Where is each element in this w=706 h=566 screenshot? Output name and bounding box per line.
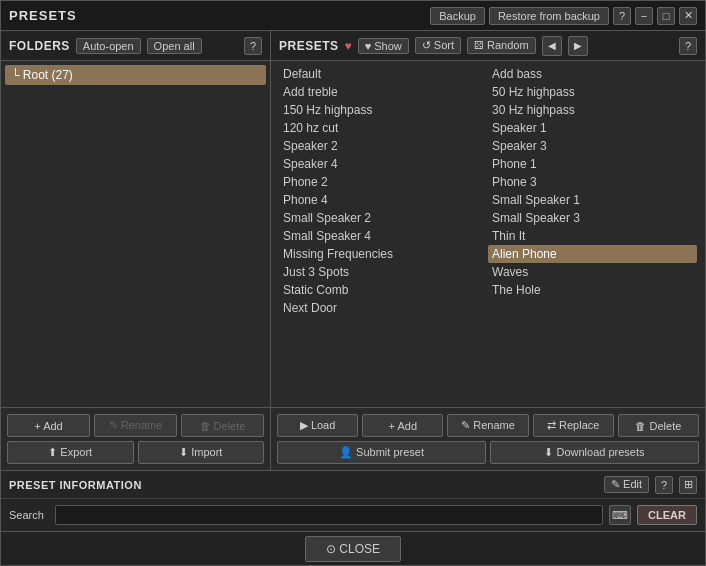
preset-item[interactable]: Just 3 Spots: [279, 263, 488, 281]
preset-item[interactable]: Phone 4: [279, 191, 488, 209]
edit-button[interactable]: ✎ Edit: [604, 476, 649, 493]
preset-info-title: PRESET INFORMATION: [9, 479, 142, 491]
title-bar: PRESETS Backup Restore from backup ? − □…: [1, 1, 705, 31]
download-presets-button[interactable]: ⬇ Download presets: [490, 441, 699, 464]
submit-preset-button[interactable]: 👤 Submit preset: [277, 441, 486, 464]
preset-item[interactable]: Missing Frequencies: [279, 245, 488, 263]
prev-button[interactable]: ◀: [542, 36, 562, 56]
bottom-section: PRESET INFORMATION ✎ Edit ? ⊞ Search ⌨ C…: [1, 470, 705, 531]
preset-list-area: DefaultAdd treble150 Hz highpass120 hz c…: [271, 61, 705, 407]
presets-panel: PRESETS ♥ ♥ Show ↺ Sort ⚄ Random ◀ ▶ ? D…: [271, 31, 705, 470]
maximize-button[interactable]: □: [657, 7, 675, 25]
preset-item[interactable]: 50 Hz highpass: [488, 83, 697, 101]
preset-item[interactable]: Speaker 2: [279, 137, 488, 155]
preset-item[interactable]: Thin It: [488, 227, 697, 245]
preset-item[interactable]: The Hole: [488, 281, 697, 299]
folders-header: FOLDERS Auto-open Open all ?: [1, 31, 270, 61]
window-title: PRESETS: [9, 8, 77, 23]
preset-info-help-button[interactable]: ?: [655, 476, 673, 494]
preset-col-1: DefaultAdd treble150 Hz highpass120 hz c…: [279, 65, 488, 317]
content-area: FOLDERS Auto-open Open all ? └ Root (27)…: [1, 31, 705, 470]
folder-list: └ Root (27): [1, 61, 270, 407]
search-label: Search: [9, 509, 49, 521]
close-window-button[interactable]: ✕: [679, 7, 697, 25]
restore-button[interactable]: Restore from backup: [489, 7, 609, 25]
preset-item[interactable]: Phone 3: [488, 173, 697, 191]
presets-title: PRESETS: [279, 39, 339, 53]
preset-item[interactable]: Add bass: [488, 65, 697, 83]
title-bar-left: PRESETS: [9, 8, 77, 23]
folders-rename-button[interactable]: ✎ Rename: [94, 414, 177, 437]
folders-panel: FOLDERS Auto-open Open all ? └ Root (27)…: [1, 31, 271, 470]
folders-actions: + Add ✎ Rename 🗑 Delete ⬆ Export ⬇ Impor…: [1, 407, 270, 470]
preset-info-bar: PRESET INFORMATION ✎ Edit ? ⊞: [1, 471, 705, 499]
preset-item[interactable]: Waves: [488, 263, 697, 281]
preset-col-2: Add bass50 Hz highpass30 Hz highpassSpea…: [488, 65, 697, 317]
presets-action-row-2: 👤 Submit preset ⬇ Download presets: [277, 441, 699, 464]
presets-help-button[interactable]: ?: [679, 37, 697, 55]
presets-add-button[interactable]: + Add: [362, 414, 443, 437]
open-all-button[interactable]: Open all: [147, 38, 202, 54]
preset-item[interactable]: Small Speaker 4: [279, 227, 488, 245]
close-button[interactable]: ⊙ CLOSE: [305, 536, 401, 562]
preset-item[interactable]: Phone 1: [488, 155, 697, 173]
export-button[interactable]: ⬆ Export: [7, 441, 134, 464]
presets-actions: ▶ Load + Add ✎ Rename ⇄ Replace 🗑 Delete…: [271, 407, 705, 470]
preset-item[interactable]: Speaker 4: [279, 155, 488, 173]
folders-title: FOLDERS: [9, 39, 70, 53]
help-button[interactable]: ?: [613, 7, 631, 25]
preset-columns: DefaultAdd treble150 Hz highpass120 hz c…: [279, 65, 697, 317]
preset-item[interactable]: Speaker 3: [488, 137, 697, 155]
replace-button[interactable]: ⇄ Replace: [533, 414, 614, 437]
preset-item[interactable]: 30 Hz highpass: [488, 101, 697, 119]
presets-delete-button[interactable]: 🗑 Delete: [618, 414, 699, 437]
title-bar-right: Backup Restore from backup ? − □ ✕: [430, 7, 697, 25]
preset-item[interactable]: Phone 2: [279, 173, 488, 191]
preset-item[interactable]: 150 Hz highpass: [279, 101, 488, 119]
load-button[interactable]: ▶ Load: [277, 414, 358, 437]
folders-action-row-2: ⬆ Export ⬇ Import: [7, 441, 264, 464]
presets-header: PRESETS ♥ ♥ Show ↺ Sort ⚄ Random ◀ ▶ ?: [271, 31, 705, 61]
random-button[interactable]: ⚄ Random: [467, 37, 536, 54]
expand-button[interactable]: ⊞: [679, 476, 697, 494]
search-input[interactable]: [55, 505, 603, 525]
presets-rename-button[interactable]: ✎ Rename: [447, 414, 528, 437]
close-bar: ⊙ CLOSE: [1, 531, 705, 565]
folders-action-row-1: + Add ✎ Rename 🗑 Delete: [7, 414, 264, 437]
search-row: Search ⌨ CLEAR: [1, 499, 705, 531]
backup-button[interactable]: Backup: [430, 7, 485, 25]
root-folder-label: └ Root (27): [11, 68, 73, 82]
auto-open-button[interactable]: Auto-open: [76, 38, 141, 54]
preset-item[interactable]: Small Speaker 1: [488, 191, 697, 209]
clear-button[interactable]: CLEAR: [637, 505, 697, 525]
preset-item[interactable]: Small Speaker 3: [488, 209, 697, 227]
next-button[interactable]: ▶: [568, 36, 588, 56]
folders-help-button[interactable]: ?: [244, 37, 262, 55]
preset-item[interactable]: Static Comb: [279, 281, 488, 299]
keyboard-icon[interactable]: ⌨: [609, 505, 631, 525]
preset-item[interactable]: Alien Phone: [488, 245, 697, 263]
heart-icon: ♥: [345, 39, 352, 53]
folders-add-button[interactable]: + Add: [7, 414, 90, 437]
import-button[interactable]: ⬇ Import: [138, 441, 265, 464]
root-folder-item[interactable]: └ Root (27): [5, 65, 266, 85]
presets-window: PRESETS Backup Restore from backup ? − □…: [0, 0, 706, 566]
preset-item[interactable]: Next Door: [279, 299, 488, 317]
minimize-button[interactable]: −: [635, 7, 653, 25]
sort-button[interactable]: ↺ Sort: [415, 37, 461, 54]
preset-item[interactable]: Add treble: [279, 83, 488, 101]
preset-item[interactable]: Speaker 1: [488, 119, 697, 137]
preset-item[interactable]: Small Speaker 2: [279, 209, 488, 227]
folders-delete-button[interactable]: 🗑 Delete: [181, 414, 264, 437]
show-button[interactable]: ♥ Show: [358, 38, 409, 54]
preset-item[interactable]: 120 hz cut: [279, 119, 488, 137]
presets-action-row-1: ▶ Load + Add ✎ Rename ⇄ Replace 🗑 Delete: [277, 414, 699, 437]
preset-item[interactable]: Default: [279, 65, 488, 83]
